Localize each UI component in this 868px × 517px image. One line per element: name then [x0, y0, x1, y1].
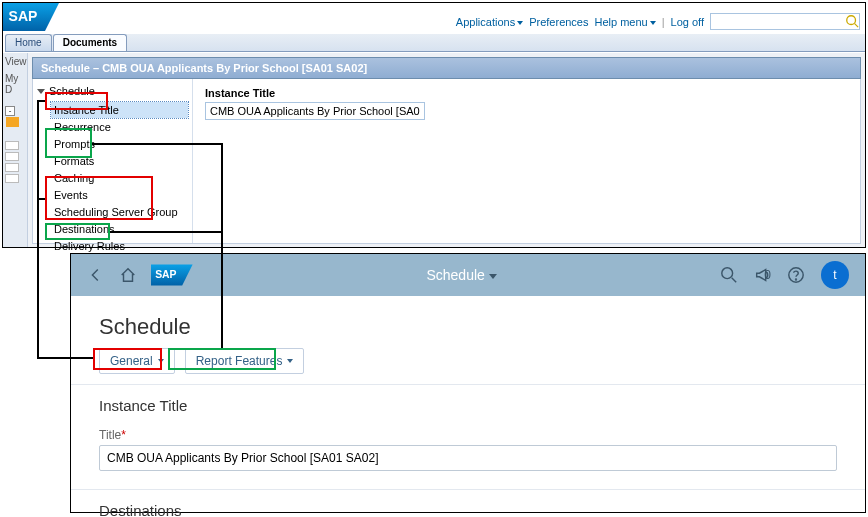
caret-down-icon [489, 274, 497, 279]
svg-line-2 [855, 24, 859, 28]
left-tree-stub: - [3, 102, 27, 185]
instance-title-input[interactable] [205, 102, 425, 120]
menu-logoff[interactable]: Log off [671, 16, 704, 28]
svg-point-1 [847, 16, 856, 25]
search-icon[interactable] [720, 266, 738, 284]
nav-caching[interactable]: Caching [51, 170, 188, 186]
caret-down-icon [287, 359, 293, 363]
page-header: Schedule [71, 296, 865, 348]
svg-line-5 [732, 278, 737, 283]
old-left-strip: View My D - [3, 53, 28, 247]
nav-formats[interactable]: Formats [51, 153, 188, 169]
doc-icon [5, 163, 19, 172]
title-input[interactable] [99, 445, 837, 471]
nav-recurrence[interactable]: Recurrence [51, 119, 188, 135]
nav-prompts[interactable]: Prompts [51, 136, 188, 152]
title-field-label: Title* [99, 428, 837, 442]
notification-count: 0 [764, 268, 771, 282]
search-input[interactable] [710, 13, 860, 30]
svg-text:SAP: SAP [9, 8, 38, 24]
caret-down-icon [650, 21, 656, 25]
doc-icon [5, 141, 19, 150]
old-body: View My D - Schedule – CMB OUA Applicant… [3, 53, 865, 247]
panel-body: Schedule Instance Title Recurrence Promp… [32, 79, 861, 244]
tab-documents[interactable]: Documents [53, 34, 127, 51]
caret-down-icon [37, 89, 45, 94]
shellbar-title[interactable]: Schedule [217, 267, 706, 283]
tree-collapse-icon[interactable]: - [5, 106, 15, 116]
left-view-label: View [3, 53, 27, 70]
back-icon[interactable] [87, 266, 105, 284]
nav-events[interactable]: Events [51, 187, 188, 203]
doc-icon [5, 174, 19, 183]
caret-down-icon [517, 21, 523, 25]
section-title: Destinations [99, 502, 837, 517]
section-title: Instance Title [99, 397, 837, 414]
tab-general[interactable]: General [99, 348, 175, 374]
form-area: Instance Title [193, 79, 860, 243]
nav-root[interactable]: Schedule [37, 85, 188, 97]
section-instance-title: Instance Title Title* [71, 385, 865, 471]
nav-instance-title[interactable]: Instance Title [51, 102, 188, 118]
nav-delivery-rules[interactable]: Delivery Rules [51, 238, 188, 254]
left-myd-label: My D [3, 70, 27, 98]
menu-applications[interactable]: Applications [456, 16, 523, 28]
panel-title: Schedule – CMB OUA Applicants By Prior S… [32, 57, 861, 79]
svg-point-7 [796, 279, 797, 280]
nav-scheduling-server-group[interactable]: Scheduling Server Group [51, 204, 188, 220]
svg-point-4 [722, 268, 733, 279]
sap-logo-old: SAP [3, 3, 78, 33]
tab-report-features[interactable]: Report Features [185, 348, 305, 374]
separator: | [662, 16, 665, 28]
svg-text:SAP: SAP [155, 269, 176, 280]
shellbar: SAP Schedule 0 t [71, 254, 865, 296]
new-ui-panel: SAP Schedule 0 t Schedule General Report… [70, 253, 866, 513]
caret-down-icon [158, 359, 164, 363]
old-main: Schedule – CMB OUA Applicants By Prior S… [28, 53, 865, 247]
avatar[interactable]: t [821, 261, 849, 289]
section-destinations: Destinations [71, 490, 865, 517]
menu-preferences[interactable]: Preferences [529, 16, 588, 28]
instance-title-label: Instance Title [205, 87, 848, 99]
tab-home[interactable]: Home [5, 34, 52, 51]
sap-logo-new: SAP [151, 263, 203, 287]
old-tab-strip: Home Documents [5, 34, 865, 52]
schedule-nav: Schedule Instance Title Recurrence Promp… [33, 79, 193, 243]
folder-icon [6, 117, 19, 127]
home-icon[interactable] [119, 266, 137, 284]
doc-icon [5, 152, 19, 161]
old-ui-panel: SAP Applications Preferences Help menu |… [2, 2, 866, 248]
menu-help[interactable]: Help menu [594, 16, 655, 28]
new-tabs-row: General Report Features [71, 348, 865, 384]
help-icon[interactable] [787, 266, 805, 284]
nav-destinations[interactable]: Destinations [51, 221, 188, 237]
page-title: Schedule [99, 314, 837, 340]
search-icon[interactable] [845, 14, 859, 28]
old-top-menu: Applications Preferences Help menu | Log… [456, 13, 860, 30]
